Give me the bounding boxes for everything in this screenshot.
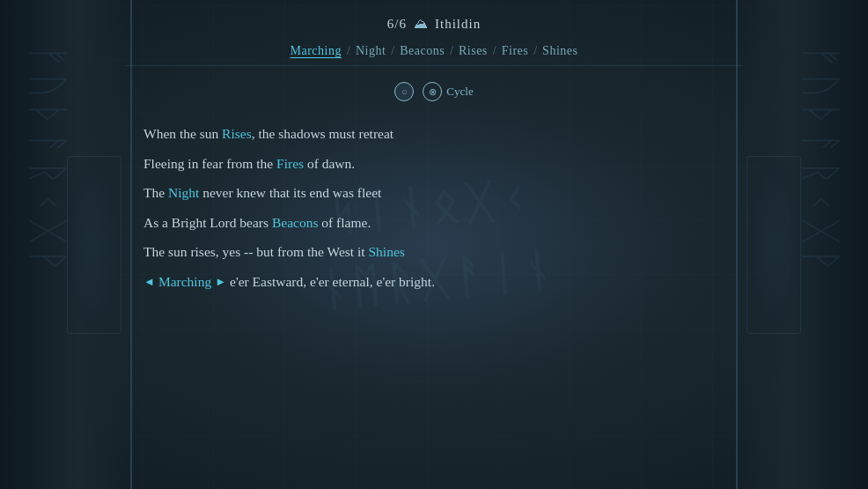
separator-2: / <box>391 44 394 58</box>
poem-line-4: As a Bright Lord bears Beacons of flame. <box>143 211 725 234</box>
line1-part1: When the sun <box>143 126 222 141</box>
puzzle-title: Ithildin <box>435 17 481 32</box>
tab-night[interactable]: Night <box>356 44 386 58</box>
separator-3: / <box>450 44 453 58</box>
separator-5: / <box>533 44 537 58</box>
tab-rises[interactable]: Rises <box>459 44 488 58</box>
tab-marching[interactable]: Marching <box>291 44 342 58</box>
line3-part2: never knew that its end was fleet <box>199 185 381 200</box>
separator-4: / <box>493 44 497 58</box>
line2-part1: Fleeing in fear from the <box>143 156 276 171</box>
line5-part1: The sun rises, yes -- but from the West … <box>143 244 368 259</box>
line3-night: Night <box>168 185 199 200</box>
line1-rises: Rises <box>222 126 252 141</box>
circle-icon: ○ <box>394 82 414 101</box>
main-background: ᚠᚢᚦᚨᚱᚲᚷᚹ ᚠᚢᚦᚨᚱᚲᚷᚹ ᛋᛁᚾᛟᚷᚲ ᚾᛖᚱᚷᚨᛁᚾ 6/6 ⛰ I… <box>0 0 868 489</box>
x-circle-icon: ⊗ <box>423 82 442 101</box>
right-column <box>736 0 868 489</box>
word-tabs: Marching / Night / Beacons / Rises / Fir… <box>126 44 742 66</box>
poem-line-3: The Night never knew that its end was fl… <box>143 182 725 204</box>
poem-line-1: When the sun Rises, the shadows must ret… <box>143 122 725 145</box>
poem-line-2: Fleeing in fear from the Fires of dawn. <box>143 152 725 175</box>
line2-fires: Fires <box>276 156 304 171</box>
left-column <box>0 0 132 489</box>
title-row: 6/6 ⛰ Ithildin <box>387 16 481 32</box>
marching-arrow-left: ◄ <box>143 272 155 291</box>
tab-shines[interactable]: Shines <box>542 44 577 58</box>
tab-beacons[interactable]: Beacons <box>400 44 445 58</box>
mountain-icon: ⛰ <box>414 16 428 32</box>
line3-part1: The <box>143 185 168 200</box>
tab-fires[interactable]: Fires <box>502 44 529 58</box>
poem-line-marching: ◄ Marching ► e'er Eastward, e'er eternal… <box>143 270 725 293</box>
marching-arrow-right: ► <box>215 272 226 291</box>
line2-part2: of dawn. <box>304 156 355 171</box>
separator-1: / <box>347 44 350 58</box>
poem-content: When the sun Rises, the shadows must ret… <box>126 122 742 300</box>
poem-line-5: The sun rises, yes -- but from the West … <box>143 241 725 263</box>
controls-row: ○ ⊗ Cycle <box>394 82 473 101</box>
circle-button[interactable]: ○ <box>394 82 414 101</box>
marching-rest: e'er Eastward, e'er eternal, e'er bright… <box>230 270 435 293</box>
line4-part1: As a Bright Lord bears <box>143 215 272 230</box>
marching-word: Marching <box>158 270 211 293</box>
progress-text: 6/6 <box>387 17 407 32</box>
line1-part2: , the shadows must retreat <box>252 126 394 141</box>
cycle-button[interactable]: ⊗ Cycle <box>423 82 473 101</box>
line4-beacons: Beacons <box>272 215 319 230</box>
line5-shines: Shines <box>368 244 404 259</box>
line4-part2: of flame. <box>318 215 371 230</box>
cycle-label: Cycle <box>446 85 473 99</box>
main-content: 6/6 ⛰ Ithildin Marching / Night / Beacon… <box>126 0 742 300</box>
